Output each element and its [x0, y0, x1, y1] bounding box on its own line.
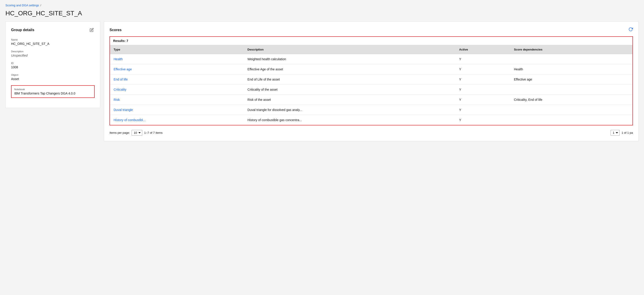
type-link[interactable]: End of life [114, 78, 128, 81]
detail-value-description: Unspecified [11, 54, 94, 57]
type-link[interactable]: History of combustibl... [114, 118, 146, 122]
refresh-button[interactable] [628, 27, 633, 33]
table-row: Effective ageEffective Age of the assetY… [110, 64, 632, 74]
pagination-range: 1–7 of 7 items [144, 131, 162, 134]
cell-description: End of Life of the asset [244, 74, 456, 85]
page-of-text: 1 of 1 pa [622, 131, 633, 134]
cell-description: Risk of the asset [244, 95, 456, 105]
cell-type: End of life [110, 74, 244, 85]
breadcrumb-separator: / [40, 3, 41, 7]
cell-description: Duval triangle for dissolved gas analy..… [244, 105, 456, 115]
cell-score-dependencies [510, 85, 632, 95]
detail-field-name: Name HC_ORG_HC_SITE_ST_A [11, 38, 94, 45]
detail-field-object: Object Asset [11, 73, 94, 81]
cell-score-dependencies [510, 115, 632, 125]
detail-value-notebook: IBM Transformers Tap Changers DGA 4.0.0 [14, 92, 92, 95]
scores-table: Type Description Active Score dependenci… [110, 45, 632, 125]
col-header-score-dependencies: Score dependencies [510, 45, 632, 54]
scores-title: Scores [110, 28, 122, 32]
cell-score-dependencies [510, 54, 632, 64]
cell-type: History of combustibl... [110, 115, 244, 125]
detail-label-notebook: Notebook [14, 88, 92, 91]
table-header: Type Description Active Score dependenci… [110, 45, 632, 54]
cell-active: Y [456, 74, 510, 85]
breadcrumb-parent-link[interactable]: Scoring and DGA settings [6, 3, 39, 7]
type-link[interactable]: Health [114, 57, 122, 61]
scores-header: Scores [110, 27, 633, 33]
table-header-row: Type Description Active Score dependenci… [110, 45, 632, 54]
table-row: End of lifeEnd of Life of the assetYEffe… [110, 74, 632, 85]
refresh-icon [628, 27, 633, 31]
col-header-active: Active [456, 45, 510, 54]
pagination-bar: Items per page: 10 20 50 1–7 of 7 items … [110, 127, 633, 136]
cell-description: Effective Age of the asset [244, 64, 456, 74]
cell-description: Criticality of the asset [244, 85, 456, 95]
page-select[interactable]: 1 [610, 130, 620, 136]
cell-type: Risk [110, 95, 244, 105]
cell-active: Y [456, 115, 510, 125]
cell-type: Health [110, 54, 244, 64]
group-details-panel: Group details Name HC_ORG_HC_SITE_ST_A D… [6, 21, 100, 108]
type-link[interactable]: Duval triangle [114, 108, 133, 112]
cell-type: Duval triangle [110, 105, 244, 115]
content-layout: Group details Name HC_ORG_HC_SITE_ST_A D… [6, 21, 638, 141]
type-link[interactable]: Effective age [114, 67, 132, 71]
table-row: HealthWeighted health calculationY [110, 54, 632, 64]
cell-type: Criticality [110, 85, 244, 95]
cell-score-dependencies: Health [510, 64, 632, 74]
table-row: CriticalityCriticality of the assetY [110, 85, 632, 95]
cell-description: Weighted health calculation [244, 54, 456, 64]
cell-score-dependencies [510, 105, 632, 115]
detail-label-id: ID [11, 62, 94, 64]
detail-value-object: Asset [11, 77, 94, 81]
items-per-page-label: Items per page: [110, 131, 130, 134]
detail-label-description: Description [11, 50, 94, 53]
page-title: HC_ORG_HC_SITE_ST_A [6, 10, 638, 17]
detail-value-id: 1008 [11, 65, 94, 69]
edit-icon-button[interactable] [89, 27, 94, 33]
cell-active: Y [456, 95, 510, 105]
edit-icon [90, 28, 94, 32]
cell-active: Y [456, 54, 510, 64]
group-details-title: Group details [11, 28, 34, 32]
cell-active: Y [456, 105, 510, 115]
detail-label-object: Object [11, 73, 94, 76]
cell-score-dependencies: Effective age [510, 74, 632, 85]
detail-field-description: Description Unspecified [11, 50, 94, 57]
pagination-left: Items per page: 10 20 50 1–7 of 7 items [110, 130, 162, 136]
col-header-type: Type [110, 45, 244, 54]
cell-description: History of combustible gas concentra... [244, 115, 456, 125]
results-count: Results: 7 [110, 37, 632, 45]
cell-active: Y [456, 64, 510, 74]
results-table-container: Results: 7 Type Description Active Score… [110, 36, 633, 125]
cell-active: Y [456, 85, 510, 95]
detail-field-notebook: Notebook IBM Transformers Tap Changers D… [11, 85, 94, 98]
cell-score-dependencies: Criticality, End of life [510, 95, 632, 105]
table-row: RiskRisk of the assetYCriticality, End o… [110, 95, 632, 105]
table-body: HealthWeighted health calculationYEffect… [110, 54, 632, 125]
detail-label-name: Name [11, 38, 94, 41]
pagination-right: 1 1 of 1 pa [610, 130, 633, 136]
page-container: Scoring and DGA settings / HC_ORG_HC_SIT… [0, 0, 644, 295]
type-link[interactable]: Criticality [114, 88, 126, 91]
cell-type: Effective age [110, 64, 244, 74]
detail-value-name: HC_ORG_HC_SITE_ST_A [11, 42, 94, 45]
type-link[interactable]: Risk [114, 98, 120, 101]
col-header-description: Description [244, 45, 456, 54]
table-row: History of combustibl...History of combu… [110, 115, 632, 125]
items-per-page-select[interactable]: 10 20 50 [132, 130, 142, 136]
detail-field-id: ID 1008 [11, 62, 94, 69]
group-details-header: Group details [11, 27, 94, 33]
scores-panel: Scores Results: 7 Type Description [104, 21, 638, 141]
table-row: Duval triangleDuval triangle for dissolv… [110, 105, 632, 115]
breadcrumb: Scoring and DGA settings / [6, 3, 638, 7]
